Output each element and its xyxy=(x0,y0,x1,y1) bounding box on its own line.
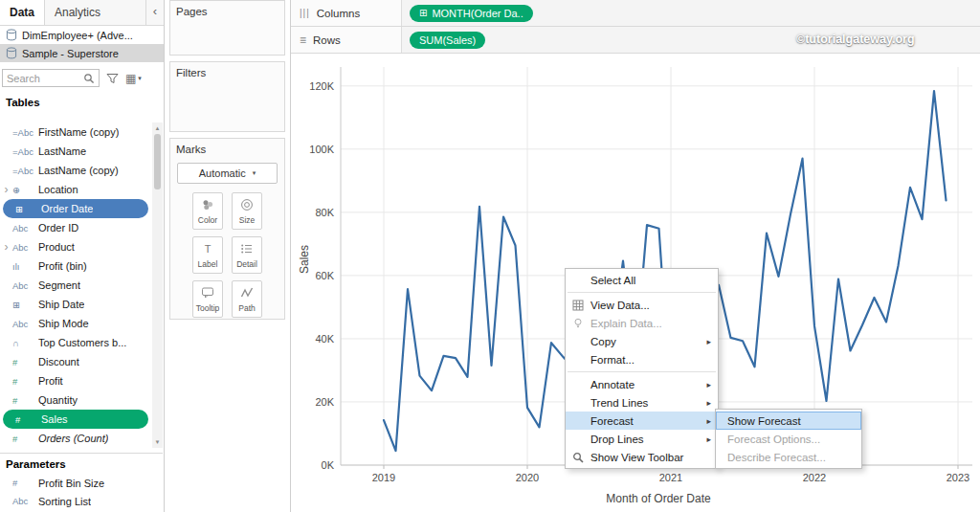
pill-sum-sales[interactable]: SUM(Sales) xyxy=(410,32,485,49)
menu-item-format[interactable]: Format... xyxy=(566,350,718,368)
submenu-item-label: Show Forecast xyxy=(727,415,801,427)
rows-shelf[interactable]: ≡ Rows SUM(Sales) ©tutorialgateway.org xyxy=(291,27,980,54)
field-label: Top Customers b... xyxy=(38,337,126,348)
field-lastname-copy[interactable]: =AbcLastName (copy) xyxy=(0,161,151,180)
field-location[interactable]: ›⊕Location xyxy=(0,180,151,199)
scroll-up-icon[interactable]: ▲ xyxy=(155,122,161,132)
bulb-icon xyxy=(566,318,590,329)
expand-arrow-icon[interactable]: › xyxy=(0,183,12,196)
expand-arrow-icon[interactable]: › xyxy=(0,240,12,254)
fields-scrollbar[interactable]: ▲ ▼ xyxy=(152,122,163,448)
field-lastname[interactable]: =AbcLastName xyxy=(0,142,151,161)
pages-shelf[interactable]: Pages xyxy=(169,0,285,56)
datasource-name: Sample - Superstore xyxy=(22,48,119,59)
filters-shelf[interactable]: Filters xyxy=(169,61,285,132)
columns-shelf[interactable]: ||| Columns ⊞ MONTH(Order Da.. xyxy=(291,0,980,27)
search-input[interactable] xyxy=(3,73,83,84)
mark-button-label[interactable]: TLabel xyxy=(192,236,223,274)
menu-item-explain-data: Explain Data... xyxy=(566,314,718,332)
menu-item-drop-lines[interactable]: Drop Lines▸ xyxy=(566,430,718,448)
field-label: Location xyxy=(38,184,78,195)
field-sorting-list[interactable]: AbcSorting List xyxy=(0,492,163,510)
columns-shelf-label: ||| Columns xyxy=(291,0,402,26)
mark-button-path[interactable]: Path xyxy=(232,280,262,318)
y-axis-title: Sales xyxy=(298,245,311,274)
field-product[interactable]: ›AbcProduct xyxy=(0,237,151,256)
submenu-arrow-icon: ▸ xyxy=(706,434,711,444)
columns-label-text: Columns xyxy=(317,8,360,19)
field-profit[interactable]: #Profit xyxy=(0,371,151,390)
field-order-id[interactable]: AbcOrder ID xyxy=(0,218,151,237)
menu-item-label: Copy xyxy=(590,336,706,347)
calculation-string-icon: =Abc xyxy=(12,127,38,138)
datasource-sample-superstore[interactable]: Sample - Superstore xyxy=(0,44,164,62)
menu-item-view-data[interactable]: View Data... xyxy=(566,296,718,314)
submenu-item-show-forecast[interactable]: Show Forecast xyxy=(716,412,861,430)
submenu-item-describe-forecast: Describe Forecast... xyxy=(716,448,861,466)
scroll-down-icon[interactable]: ▼ xyxy=(155,436,161,448)
database-icon xyxy=(6,29,17,41)
set-icon: ∩ xyxy=(12,338,38,348)
columns-icon: ||| xyxy=(300,8,310,18)
marks-card-label: Marks xyxy=(170,139,284,155)
field-firstname-copy[interactable]: =AbcFirstName (copy) xyxy=(0,122,151,142)
datasource-list: DimEmployee+ (Adve...Sample - Superstore xyxy=(0,26,164,62)
mark-button-label: Tooltip xyxy=(196,303,220,313)
menu-item-annotate[interactable]: Annotate▸ xyxy=(566,375,718,393)
datasource-dimemployee-adve[interactable]: DimEmployee+ (Adve... xyxy=(0,26,164,44)
mark-button-detail[interactable]: Detail xyxy=(232,236,262,274)
svg-text:2020: 2020 xyxy=(516,472,539,483)
svg-text:80K: 80K xyxy=(315,207,334,218)
field-ship-mode[interactable]: AbcShip Mode xyxy=(0,314,151,333)
string-icon: Abc xyxy=(12,223,38,234)
menu-item-show-view-toolbar[interactable]: Show View Toolbar xyxy=(566,448,718,466)
field-profit-bin-size[interactable]: #Profit Bin Size xyxy=(0,474,163,492)
field-discount[interactable]: #Discount xyxy=(0,352,151,371)
scrollbar-thumb[interactable] xyxy=(154,134,161,189)
field-label: LastName xyxy=(38,145,86,157)
datasource-name: DimEmployee+ (Adve... xyxy=(22,30,133,41)
field-label: Discount xyxy=(38,356,79,367)
search-icon[interactable] xyxy=(83,73,95,84)
menu-item-select-all[interactable]: Select All xyxy=(566,271,718,289)
mark-type-dropdown[interactable]: Automatic ▾ xyxy=(177,163,278,184)
mark-type-value: Automatic xyxy=(199,167,246,179)
globe-icon: ⊕ xyxy=(12,185,38,195)
svg-text:T: T xyxy=(205,243,212,255)
field-orders-count[interactable]: #Orders (Count) xyxy=(0,429,151,448)
chevron-down-icon: ▾ xyxy=(138,75,142,81)
menu-item-forecast[interactable]: Forecast▸ xyxy=(566,412,718,430)
field-order-date[interactable]: ⊞Order Date xyxy=(3,199,148,218)
collapse-pane-icon[interactable]: ‹ xyxy=(146,0,164,25)
submenu-arrow-icon: ▸ xyxy=(706,380,711,390)
field-segment[interactable]: AbcSegment xyxy=(0,276,151,295)
rows-shelf-label: ≡ Rows xyxy=(291,27,402,53)
pill-month-order-date[interactable]: ⊞ MONTH(Order Da.. xyxy=(410,5,533,22)
field-quantity[interactable]: #Quantity xyxy=(0,390,151,410)
menu-separator xyxy=(568,292,716,293)
string-icon: Abc xyxy=(12,496,38,506)
chevron-down-icon: ▾ xyxy=(253,169,256,177)
field-label: Ship Date xyxy=(38,299,84,310)
submenu-arrow-icon: ▸ xyxy=(706,416,711,426)
menu-item-trend-lines[interactable]: Trend Lines▸ xyxy=(566,393,718,412)
tab-data[interactable]: Data xyxy=(0,0,45,25)
mark-button-color[interactable]: Color xyxy=(192,192,223,230)
menu-item-copy[interactable]: Copy▸ xyxy=(566,332,718,350)
tab-analytics[interactable]: Analytics xyxy=(45,0,146,25)
field-sales[interactable]: #Sales xyxy=(3,410,148,429)
menu-item-label: View Data... xyxy=(590,300,711,311)
mark-button-tooltip[interactable]: Tooltip xyxy=(192,280,223,318)
field-top-customers-b[interactable]: ∩Top Customers b... xyxy=(0,333,151,352)
field-label: FirstName (copy) xyxy=(38,126,119,138)
number-icon: # xyxy=(15,414,41,425)
filter-fields-icon[interactable] xyxy=(106,73,119,84)
field-profit-bin[interactable]: ılıProfit (bin) xyxy=(0,256,151,276)
tooltip-icon xyxy=(201,286,214,301)
field-ship-date[interactable]: ⊞Ship Date xyxy=(0,295,151,314)
label-icon: T xyxy=(201,242,214,257)
field-label: Sorting List xyxy=(38,496,91,507)
field-label: Quantity xyxy=(38,394,78,406)
mark-button-size[interactable]: Size xyxy=(232,192,262,230)
view-options-icon[interactable]: ▦ ▾ xyxy=(125,73,142,84)
